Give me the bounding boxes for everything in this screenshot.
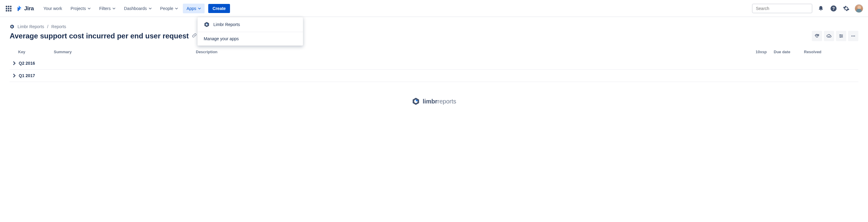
nav-people[interactable]: People — [157, 4, 182, 13]
nav-dashboards-label: Dashboards — [124, 6, 147, 11]
svg-point-13 — [854, 36, 855, 36]
search-input[interactable] — [755, 6, 809, 11]
apps-dropdown-manage-label: Manage your apps — [204, 36, 239, 41]
col-description: Description — [196, 50, 755, 54]
col-summary: Summary — [54, 50, 196, 54]
chevron-down-icon — [198, 7, 201, 10]
footer-logo: limbrreports — [10, 97, 858, 106]
create-button[interactable]: Create — [208, 4, 230, 13]
nav-dashboards[interactable]: Dashboards — [120, 4, 155, 13]
breadcrumb-separator: / — [47, 24, 49, 29]
app-switcher-icon[interactable] — [5, 5, 12, 12]
limbr-hex-icon — [10, 24, 14, 29]
settings-icon[interactable] — [842, 4, 850, 13]
group-row[interactable]: Q1 2017 — [10, 70, 858, 82]
refresh-button[interactable] — [812, 31, 822, 41]
apps-dropdown: Limbr Reports Manage your apps — [197, 17, 303, 46]
group-row[interactable]: Q2 2016 — [10, 57, 858, 70]
user-avatar[interactable] — [855, 4, 863, 13]
breadcrumb-project[interactable]: Limbr Reports — [18, 24, 44, 29]
jira-logo[interactable]: Jira — [16, 5, 34, 12]
nav-filters[interactable]: Filters — [95, 4, 119, 13]
apps-dropdown-manage[interactable]: Manage your apps — [198, 32, 303, 45]
svg-point-11 — [851, 36, 852, 36]
chevron-right-icon — [12, 61, 16, 65]
col-resolved: Resolved — [804, 50, 858, 54]
group-label: Q2 2016 — [19, 61, 35, 66]
notifications-icon[interactable] — [817, 4, 825, 13]
breadcrumb-section[interactable]: Reports — [51, 24, 66, 29]
nav-apps[interactable]: Apps — [183, 4, 205, 13]
col-10xsp: 10xsp — [755, 50, 774, 54]
chevron-right-icon — [12, 74, 16, 78]
chevron-down-icon — [88, 7, 91, 10]
svg-text:?: ? — [832, 6, 835, 11]
svg-point-8 — [840, 34, 841, 35]
jira-icon — [16, 5, 22, 12]
page-title: Average support cost incurred per end us… — [10, 32, 189, 40]
chevron-down-icon — [149, 7, 152, 10]
col-key: Key — [18, 50, 54, 54]
footer-brand-light: reports — [437, 98, 456, 105]
nav-apps-label: Apps — [186, 6, 196, 11]
chevron-down-icon — [175, 7, 178, 10]
col-due-date: Due date — [774, 50, 804, 54]
nav-filters-label: Filters — [99, 6, 111, 11]
nav-your-work[interactable]: Your work — [40, 4, 66, 13]
svg-point-10 — [840, 36, 841, 37]
nav-projects-label: Projects — [71, 6, 86, 11]
footer-brand-strong: limbr — [423, 98, 437, 105]
limbr-hex-icon — [412, 97, 420, 106]
table-header: Key Summary Description 10xsp Due date R… — [10, 50, 858, 57]
cloud-download-button[interactable] — [824, 31, 834, 41]
chevron-down-icon — [113, 7, 116, 10]
breadcrumb: Limbr Reports / Reports — [10, 24, 858, 29]
svg-point-9 — [842, 36, 843, 36]
apps-dropdown-limbr-reports[interactable]: Limbr Reports — [198, 17, 303, 32]
jira-wordmark: Jira — [24, 5, 34, 12]
limbr-hex-icon — [204, 22, 210, 28]
apps-dropdown-limbr-label: Limbr Reports — [213, 22, 240, 27]
copy-link-icon[interactable] — [192, 33, 197, 39]
help-icon[interactable]: ? — [829, 4, 838, 13]
filter-settings-button[interactable] — [836, 31, 846, 41]
nav-projects[interactable]: Projects — [67, 4, 95, 13]
nav-your-work-label: Your work — [43, 6, 62, 11]
search-field[interactable] — [752, 4, 812, 13]
group-label: Q1 2017 — [19, 73, 35, 78]
svg-point-12 — [853, 36, 854, 36]
nav-people-label: People — [160, 6, 174, 11]
more-actions-button[interactable] — [848, 31, 858, 41]
